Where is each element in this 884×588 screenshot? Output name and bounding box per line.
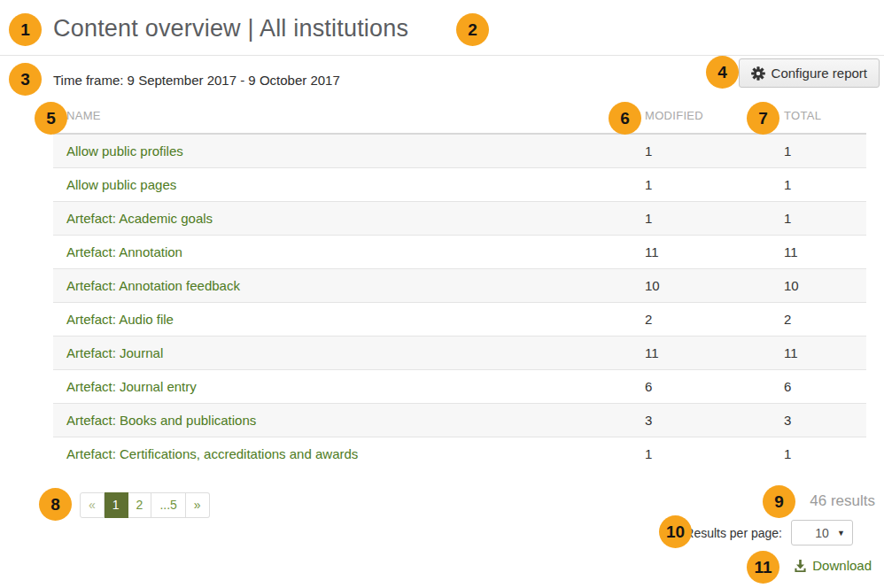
table-row: Artefact: Journal 11 11 (53, 337, 866, 370)
column-header-name: Name (53, 102, 632, 134)
results-per-page-label: Results per page: (685, 526, 782, 540)
pagination-prev[interactable]: « (80, 492, 105, 518)
results-per-page-row: Results per page: 10 ▼ (685, 520, 853, 545)
modified-count: 1 (632, 437, 771, 471)
pagination-page-5[interactable]: ...5 (151, 492, 185, 518)
modified-count: 2 (632, 303, 771, 337)
total-count: 11 (771, 337, 866, 370)
callout-badge-7: 7 (747, 102, 779, 135)
total-count: 2 (771, 303, 866, 337)
content-type-link[interactable]: Artefact: Certifications, accreditations… (66, 446, 358, 461)
table-row: Allow public profiles 1 1 (53, 134, 866, 168)
pagination-page-2[interactable]: 2 (128, 492, 152, 518)
pagination-page-1[interactable]: 1 (105, 492, 128, 518)
content-type-link[interactable]: Artefact: Annotation (66, 244, 182, 259)
total-count: 1 (771, 437, 866, 471)
total-count: 1 (771, 202, 866, 236)
modified-count: 3 (632, 404, 771, 437)
table-row: Artefact: Academic goals 1 1 (53, 202, 866, 236)
content-type-link[interactable]: Artefact: Academic goals (66, 211, 213, 226)
callout-badge-4: 4 (706, 56, 739, 89)
modified-count: 1 (632, 202, 771, 236)
chevron-down-icon: ▼ (837, 529, 845, 538)
table-row: Artefact: Certifications, accreditations… (53, 437, 866, 471)
download-icon (794, 559, 807, 572)
table-row: Allow public pages 1 1 (53, 168, 866, 202)
total-count: 10 (771, 269, 866, 303)
callout-badge-6: 6 (609, 102, 641, 135)
content-type-link[interactable]: Allow public pages (66, 177, 176, 192)
results-per-page-value: 10 (815, 526, 829, 540)
modified-count: 11 (632, 236, 771, 269)
gear-icon (751, 66, 765, 81)
content-type-link[interactable]: Artefact: Books and publications (66, 413, 256, 428)
page-header: Content overview | All institutions (0, 0, 884, 56)
total-count: 3 (771, 404, 866, 437)
content-type-link[interactable]: Allow public profiles (66, 143, 183, 159)
column-header-total: Total (771, 102, 866, 134)
content-overview-table: Name Modified Total Allow public profile… (53, 102, 866, 470)
total-count: 1 (771, 134, 866, 168)
modified-count: 1 (632, 168, 771, 202)
modified-count: 11 (632, 337, 771, 370)
download-label: Download (812, 558, 872, 573)
total-count: 11 (771, 236, 866, 269)
callout-badge-2: 2 (456, 13, 489, 46)
download-link[interactable]: Download (794, 558, 872, 573)
callout-badge-10: 10 (659, 515, 692, 548)
content-type-link[interactable]: Artefact: Journal entry (66, 379, 197, 394)
callout-badge-5: 5 (35, 102, 67, 135)
table-row: Artefact: Annotation 11 11 (53, 236, 866, 269)
content-type-link[interactable]: Artefact: Journal (66, 345, 163, 360)
table-header-row: Name Modified Total (53, 102, 866, 134)
configure-report-button[interactable]: Configure report (739, 58, 880, 88)
content-type-link[interactable]: Artefact: Audio file (66, 312, 174, 327)
table-row: Artefact: Books and publications 3 3 (53, 404, 866, 437)
total-count: 6 (771, 370, 866, 404)
callout-badge-9: 9 (763, 485, 795, 518)
results-per-page-select[interactable]: 10 ▼ (791, 520, 853, 545)
pagination-next[interactable]: » (186, 492, 210, 518)
total-count: 1 (771, 168, 866, 202)
table-row: Artefact: Audio file 2 2 (53, 303, 866, 337)
table-row: Artefact: Journal entry 6 6 (53, 370, 866, 404)
configure-report-label: Configure report (772, 66, 867, 81)
callout-badge-8: 8 (39, 488, 72, 521)
callout-badge-1: 1 (9, 13, 42, 46)
content-type-link[interactable]: Artefact: Annotation feedback (66, 278, 240, 293)
table-row: Artefact: Annotation feedback 10 10 (53, 269, 866, 303)
callout-badge-3: 3 (9, 63, 42, 96)
pagination: « 1 2 ...5 » (80, 492, 210, 518)
callout-badge-11: 11 (747, 551, 779, 584)
results-count: 46 results (810, 492, 875, 510)
modified-count: 1 (632, 134, 771, 168)
modified-count: 6 (632, 370, 771, 404)
modified-count: 10 (632, 269, 771, 303)
